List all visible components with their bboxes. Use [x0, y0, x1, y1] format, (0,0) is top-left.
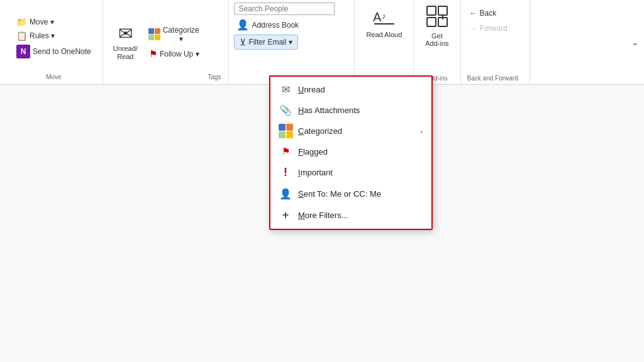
ribbon-group-addins: Get Add-ins Add-ins	[414, 0, 460, 84]
move-icon: 📁	[16, 17, 27, 27]
tags-group-label: Tags	[208, 71, 221, 80]
filter-has-attachments-item[interactable]: 📎 Has Attachments	[270, 100, 431, 121]
flag-menu-icon: ⚑	[279, 146, 292, 157]
categorized-submenu-icon: ›	[420, 128, 423, 135]
move-button[interactable]: 📁 Move ▾	[13, 16, 58, 28]
filter-flagged-item[interactable]: ⚑ Flagged	[270, 141, 431, 162]
back-arrow-icon: ←	[470, 9, 477, 18]
exclamation-icon: !	[279, 166, 292, 179]
filter-more-filters-item[interactable]: + More Filters...	[270, 204, 431, 226]
categorize-button[interactable]: Categorize ▾	[145, 24, 203, 45]
filter-unread-label: Unread	[298, 85, 325, 94]
move-group-label: Move	[46, 71, 61, 80]
unread-read-button[interactable]: ✉ Unread/ Read	[108, 21, 143, 63]
forward-button[interactable]: → Forward	[467, 23, 510, 34]
categorize-grid-icon	[148, 28, 160, 40]
rules-button[interactable]: 📋 Rules ▾	[13, 30, 58, 42]
follow-up-button[interactable]: ⚑ Follow Up ▾	[145, 47, 203, 61]
onenote-icon: N	[16, 45, 30, 58]
address-book-button[interactable]: 👤 Address Book	[234, 18, 301, 32]
read-aloud-button[interactable]: A ♪ Read Aloud	[361, 3, 407, 41]
paperclip-icon: 📎	[279, 104, 292, 116]
address-book-icon: 👤	[236, 19, 249, 31]
ribbon-group-back-forward: ← Back → Forward Back and Forward	[461, 0, 530, 84]
read-aloud-label: Read Aloud	[366, 31, 402, 38]
ribbon-group-move: 📁 Move ▾ 📋 Rules ▾ N Send to OneNote Mov…	[5, 0, 103, 84]
back-button[interactable]: ← Back	[467, 8, 510, 19]
tags-col-unread: ✉ Unread/ Read	[108, 3, 143, 82]
envelope-open-icon: ✉	[279, 84, 292, 96]
rules-icon: 📋	[16, 31, 27, 41]
ribbon-expand-button[interactable]: ⌄	[631, 37, 639, 47]
person-icon: 👤	[279, 188, 292, 200]
move-group-content: 📁 Move ▾ 📋 Rules ▾ N Send to OneNote	[13, 4, 95, 71]
get-addins-button[interactable]: Get Add-ins	[420, 3, 453, 50]
ribbon-group-read-aloud: A ♪ Read Aloud	[355, 0, 414, 84]
filter-email-dropdown: ✉ Unread 📎 Has Attachments Categorized ›…	[269, 75, 433, 230]
filter-categorized-label: Categorized	[298, 126, 342, 136]
svg-rect-3	[427, 6, 436, 15]
filter-email-label: Filter Email ▾	[248, 38, 292, 47]
ribbon-toolbar: 📁 Move ▾ 📋 Rules ▾ N Send to OneNote Mov…	[0, 0, 644, 85]
flag-icon: ⚑	[149, 48, 157, 60]
svg-rect-4	[438, 6, 447, 15]
get-addins-icon	[426, 5, 448, 32]
filter-email-button[interactable]: ⊻ Filter Email ▾	[234, 35, 297, 50]
envelope-icon: ✉	[118, 23, 133, 45]
follow-up-label: Follow Up ▾	[160, 50, 199, 58]
svg-text:A: A	[373, 10, 382, 24]
svg-rect-5	[427, 18, 436, 26]
tags-col-buttons: Categorize ▾ ⚑ Follow Up ▾	[145, 3, 203, 82]
back-forward-group-label: Back and Forward	[467, 72, 518, 82]
get-addins-label: Get Add-ins	[425, 32, 448, 47]
categorize-label: Categorize ▾	[162, 26, 200, 43]
read-aloud-icon: A ♪	[373, 5, 396, 31]
filter-more-filters-label: More Filters...	[298, 211, 348, 220]
address-book-label: Address Book	[252, 21, 299, 30]
filter-sent-to-me-label: Sent To: Me or CC: Me	[298, 189, 381, 199]
send-to-onenote-button[interactable]: N Send to OneNote	[13, 43, 95, 60]
categorized-grid-icon	[279, 125, 292, 137]
filter-sent-to-me-item[interactable]: 👤 Sent To: Me or CC: Me	[270, 184, 431, 204]
filter-has-attachments-label: Has Attachments	[298, 106, 360, 115]
forward-arrow-icon: →	[470, 24, 477, 33]
filter-icon: ⊻	[240, 37, 246, 47]
filter-flagged-label: Flagged	[298, 147, 328, 156]
filter-categorized-item[interactable]: Categorized ›	[270, 121, 431, 141]
back-label: Back	[480, 9, 497, 18]
plus-icon: +	[279, 209, 292, 222]
filter-important-label: Important	[298, 168, 333, 177]
filter-important-item[interactable]: ! Important	[270, 162, 431, 184]
ribbon-group-tags: ✉ Unread/ Read Categorize ▾ ⚑ Follow U	[103, 0, 230, 84]
ribbon-group-find: 👤 Address Book ⊻ Filter Email ▾	[229, 0, 355, 84]
filter-unread-item[interactable]: ✉ Unread	[270, 79, 431, 100]
svg-text:♪: ♪	[382, 11, 386, 21]
search-people-input[interactable]	[234, 3, 335, 15]
forward-label: Forward	[480, 24, 508, 33]
